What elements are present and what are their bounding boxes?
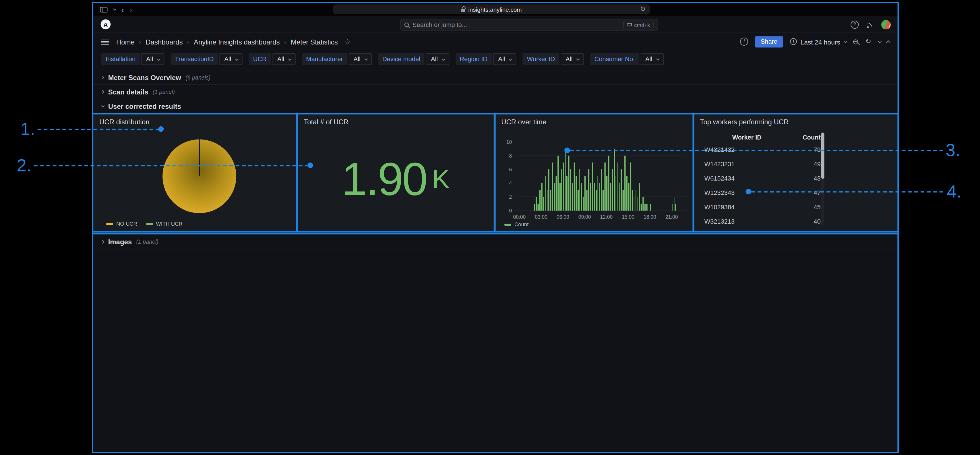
search-placeholder: Search or jump to... <box>412 21 619 28</box>
time-range-picker[interactable]: Last 24 hours <box>790 38 846 45</box>
chart-bar <box>606 176 608 211</box>
breadcrumb-item[interactable]: Home <box>116 38 135 45</box>
breadcrumb-item[interactable]: Dashboards <box>146 38 183 45</box>
keyboard-icon <box>627 23 632 26</box>
chevron-down-icon <box>441 57 445 60</box>
breadcrumb-item[interactable]: Anyline Insights dashboards <box>194 38 280 45</box>
filter-label: TransactionID <box>170 53 218 65</box>
search-input[interactable]: Search or jump to... cmd+k <box>400 19 658 30</box>
filter-region-id[interactable]: Region IDAll <box>455 53 516 65</box>
chevron-down-icon <box>656 57 659 60</box>
chart-bar <box>587 190 588 211</box>
count-cell: 40 <box>789 218 821 225</box>
workers-table: Worker ID Count W432143279W142323149W615… <box>697 131 826 229</box>
menu-icon[interactable] <box>101 39 109 45</box>
breadcrumb-item[interactable]: Meter Statistics <box>291 38 338 45</box>
chart-bar <box>617 162 618 211</box>
chart-bar <box>608 156 609 211</box>
breadcrumb-separator-icon: › <box>139 38 141 45</box>
chart-bar <box>641 204 642 211</box>
chart-bar <box>590 183 591 211</box>
reload-icon[interactable]: ↻ <box>640 5 646 13</box>
filter-worker-id[interactable]: Worker IDAll <box>522 53 584 65</box>
chart-bar <box>568 156 570 211</box>
collapse-topbar-icon[interactable] <box>886 40 890 45</box>
legend-item[interactable]: WITH UCR <box>146 221 182 227</box>
chart-bar <box>628 183 629 211</box>
chart-bar <box>574 162 575 211</box>
refresh-dashboard-icon[interactable]: ↻ <box>865 38 871 45</box>
row-images[interactable]: Images (1 panel) <box>101 236 159 248</box>
chart-bar <box>536 197 537 211</box>
refresh-interval-chevron-icon[interactable] <box>878 39 881 43</box>
callout-number-4: 4. <box>947 182 962 202</box>
column-header-worker-id[interactable]: Worker ID <box>705 134 789 140</box>
ts-legend[interactable]: Count <box>504 221 528 228</box>
row-panel-count: (1 panel) <box>136 239 158 245</box>
chart-bar <box>673 197 675 211</box>
table-body: W432143279W142323149W615243448W123234347… <box>697 142 826 229</box>
share-button[interactable]: Share <box>755 36 783 47</box>
filter-value-dropdown[interactable]: All <box>219 53 243 65</box>
worker-id-cell: W1029384 <box>705 204 789 211</box>
sidebar-toggle-icon[interactable] <box>100 6 107 12</box>
chevron-down-icon[interactable] <box>113 7 116 11</box>
scrollbar-thumb[interactable] <box>821 133 824 179</box>
help-icon[interactable]: ? <box>851 21 859 29</box>
chart-bar <box>563 162 564 211</box>
stat-value-wrap: 1.90 K <box>298 133 493 226</box>
breadcrumb-separator-icon: › <box>187 38 189 45</box>
panel-title[interactable]: UCR over time <box>501 118 546 126</box>
filter-consumer-no-[interactable]: Consumer No.All <box>590 53 663 65</box>
chart-bar <box>552 162 553 211</box>
address-bar[interactable]: insights.anyline.com ↻ <box>333 4 650 14</box>
dashboard-insights-icon[interactable]: i <box>740 38 748 46</box>
column-header-count[interactable]: Count <box>789 134 821 140</box>
row-scan-details[interactable]: Scan details (1 panel) <box>101 86 175 98</box>
chart-bar <box>596 190 597 211</box>
x-axis-tick: 12:00 <box>598 215 615 220</box>
legend-swatch <box>504 223 511 225</box>
panel-title[interactable]: UCR distribution <box>99 118 149 126</box>
chart-bar <box>550 190 551 211</box>
forward-button[interactable]: › <box>129 5 132 13</box>
chart-bar <box>541 183 542 211</box>
back-button[interactable]: ‹ <box>121 5 124 13</box>
legend-item[interactable]: NO UCR <box>106 221 137 227</box>
browser-chrome: ‹ › insights.anyline.com ↻ <box>92 3 898 16</box>
chart-bar <box>557 156 558 211</box>
chevron-down-icon <box>235 57 238 60</box>
table-row: W102938445 <box>697 200 826 215</box>
table-row: W321321340 <box>697 215 826 229</box>
divider <box>92 84 898 85</box>
news-rss-icon[interactable] <box>866 21 874 29</box>
filter-device-model[interactable]: Device modelAll <box>378 53 449 65</box>
filter-transactionid[interactable]: TransactionIDAll <box>170 53 242 65</box>
row-meter-scans-overview[interactable]: Meter Scans Overview (6 panels) <box>101 71 211 84</box>
filter-value-dropdown[interactable]: All <box>426 53 449 65</box>
filter-value-dropdown[interactable]: All <box>141 53 164 65</box>
filter-manufacturer[interactable]: ManufacturerAll <box>302 53 372 65</box>
filter-value-dropdown[interactable]: All <box>561 53 584 65</box>
filter-ucr[interactable]: UCRAll <box>248 53 295 65</box>
filter-value-dropdown[interactable]: All <box>348 53 372 65</box>
filter-value: All <box>565 56 573 62</box>
chart-bar <box>588 169 589 211</box>
favorite-star-icon[interactable]: ☆ <box>344 37 351 46</box>
filter-value-dropdown[interactable]: All <box>272 53 295 65</box>
y-axis-tick: 4 <box>498 181 512 186</box>
panel-title[interactable]: Total # of UCR <box>304 118 348 126</box>
filter-installation[interactable]: InstallationAll <box>101 53 164 65</box>
row-panel-count: (6 panels) <box>185 74 210 81</box>
filter-value-dropdown[interactable]: All <box>493 53 516 65</box>
chart-bar <box>593 183 595 211</box>
x-axis-tick: 03:00 <box>533 215 550 220</box>
avatar[interactable] <box>881 20 891 30</box>
row-user-corrected-results[interactable]: User corrected results <box>101 100 181 113</box>
filter-value-dropdown[interactable]: All <box>640 53 663 65</box>
anyline-logo[interactable]: A <box>101 19 111 29</box>
panel-title[interactable]: Top workers performing UCR <box>700 118 789 126</box>
table-scrollbar[interactable] <box>821 131 824 225</box>
chart-bar <box>650 204 651 211</box>
zoom-out-icon[interactable] <box>853 39 858 44</box>
